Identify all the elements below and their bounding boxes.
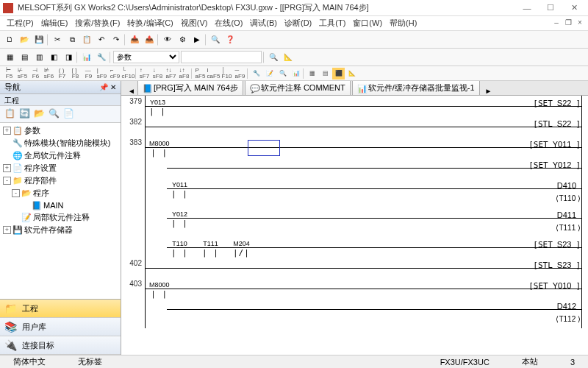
tab-main[interactable]: 📘[PRG]写入 MAIN 764步	[137, 81, 243, 95]
mdi-minimize-icon[interactable]: –	[551, 18, 562, 29]
ladder-contact[interactable]: T111| |	[202, 240, 219, 258]
compile-icon[interactable]: ⚙	[176, 33, 189, 46]
project-tree[interactable]: +📋参数🔧特殊模块(智能功能模块)🌐全局软元件注释+📄程序设置-📁程序部件-📂程…	[0, 123, 121, 299]
tree-node[interactable]: 📘MAIN	[1, 199, 119, 211]
tree-toggle[interactable]: -	[12, 189, 20, 197]
help-icon[interactable]: ❓	[223, 33, 237, 46]
nav-iconbtn[interactable]: 🔍	[49, 108, 60, 120]
ladder-rung[interactable]: Y012| |D411⟨T111 ⟩	[121, 208, 588, 237]
tool-icon[interactable]: 📐	[345, 68, 358, 79]
ladder-coil2[interactable]: ⟨T111 ⟩	[556, 224, 581, 232]
save-icon[interactable]: 💾	[32, 33, 46, 46]
menu-view[interactable]: 视图(V)	[177, 16, 212, 30]
ladder-rung[interactable]: [SETY012]	[121, 158, 588, 178]
ladder-rung[interactable]: D412⟨T112 ⟩	[121, 299, 588, 328]
menu-window[interactable]: 窗口(W)	[349, 16, 386, 30]
read-plc-icon[interactable]: 📥	[128, 33, 141, 46]
menu-online[interactable]: 在线(O)	[211, 16, 246, 30]
ladder-rung[interactable]: 382[STLS22]	[121, 116, 588, 137]
f-key[interactable]: ↑sF7	[138, 68, 151, 79]
f-key[interactable]: ⊬sF5	[16, 68, 29, 79]
f-key[interactable]: |sF9	[96, 68, 108, 79]
ladder-coil[interactable]: [SETS23]	[533, 240, 581, 250]
f-key[interactable]: ⊢F5	[3, 68, 15, 79]
ladder-contact[interactable]: Y011| |	[171, 181, 188, 199]
minimize-button[interactable]: —	[516, 1, 538, 15]
tb2-icon[interactable]: 🔧	[95, 51, 108, 64]
pin-icon[interactable]: 📌 ✕	[99, 83, 116, 91]
tool-icon[interactable]: 📝	[263, 68, 276, 79]
param-combo[interactable]: 参数	[113, 51, 179, 63]
tree-node[interactable]: 🔧特殊模块(智能功能模块)	[1, 137, 119, 149]
f-key[interactable]: ↓sF8	[151, 68, 164, 79]
ladder-coil[interactable]: D410	[553, 181, 581, 190]
tab-monitor[interactable]: 📊软元件/缓冲存储器批量监视-1	[352, 81, 480, 95]
simulate-icon[interactable]: ▶	[190, 33, 204, 46]
ladder-rung[interactable]: 402[STLS23]	[121, 258, 588, 278]
redo-icon[interactable]: ↷	[110, 33, 123, 46]
paste-icon[interactable]: 📋	[80, 33, 93, 46]
tb2-icon[interactable]: 📐	[282, 51, 295, 64]
nav-iconbtn[interactable]: 📄	[63, 108, 75, 120]
f-key[interactable]: ⌐cF9	[109, 68, 121, 79]
f-key[interactable]: └cF10	[122, 68, 135, 79]
mdi-restore-icon[interactable]: ❐	[563, 18, 573, 29]
tb2-icon[interactable]: ▥	[32, 51, 46, 64]
f-key[interactable]: PaF5	[194, 68, 207, 79]
ladder-rung[interactable]: Y011| |D410⟨T110 ⟩	[121, 178, 588, 208]
ladder-coil[interactable]: [SETS22]	[533, 99, 581, 108]
f-key[interactable]: IcaF5	[207, 68, 220, 79]
tree-node[interactable]: +📄程序设置	[1, 162, 119, 174]
monitor-icon[interactable]: 👁	[161, 33, 174, 46]
menu-search[interactable]: 搜索/替换(F)	[71, 16, 123, 30]
tree-node[interactable]: 📝局部软元件注释	[1, 211, 119, 224]
f-key[interactable]: ⊣F6	[29, 68, 42, 79]
f-key[interactable]: ( )F7	[56, 68, 68, 79]
tb2-icon[interactable]: ◧	[47, 51, 60, 64]
tree-toggle[interactable]: -	[3, 177, 11, 185]
menu-edit[interactable]: 编辑(E)	[37, 16, 72, 30]
mdi-close-icon[interactable]: ×	[575, 18, 585, 29]
tree-toggle[interactable]: +	[3, 164, 11, 172]
tool-icon[interactable]: 📊	[290, 68, 302, 79]
f-key[interactable]: ↓↑aF8	[178, 68, 190, 79]
ladder-coil[interactable]: [SETY012]	[528, 160, 581, 170]
ladder-rung[interactable]: 379Y013| |[SETS22]	[121, 96, 588, 116]
f-key[interactable]: ↑↓aF7	[165, 68, 177, 79]
nav-iconbtn[interactable]: 🔄	[19, 108, 31, 120]
tree-node[interactable]: 🌐全局软元件注释	[1, 149, 119, 162]
ladder-editor[interactable]: 379Y013| |[SETS22]382[STLS22]383M8000| |…	[121, 96, 588, 355]
menu-project[interactable]: 工程(P)	[3, 16, 37, 30]
ladder-coil2[interactable]: ⟨T110 ⟩	[556, 194, 581, 202]
tab-comment[interactable]: 💬软元件注释 COMMENT	[245, 81, 351, 95]
menu-debug[interactable]: 调试(B)	[246, 16, 281, 30]
menu-compile[interactable]: 转换/编译(C)	[123, 16, 176, 30]
ladder-coil2[interactable]: ⟨T112 ⟩	[556, 315, 581, 323]
tree-toggle[interactable]: +	[3, 127, 11, 135]
ladder-contact[interactable]: Y013| |	[149, 99, 166, 116]
f-key[interactable]: [ ]F8	[69, 68, 82, 79]
tool-icon[interactable]: 🔧	[250, 68, 262, 79]
f-key[interactable]: ⊭sF6	[43, 68, 55, 79]
ladder-coil[interactable]: D411	[553, 210, 581, 219]
undo-icon[interactable]: ↶	[95, 33, 108, 46]
f-key[interactable]: │F10	[220, 68, 233, 79]
tree-node[interactable]: -📁程序部件	[1, 174, 119, 187]
ladder-coil[interactable]: [SETY011]	[528, 140, 581, 149]
ladder-contact[interactable]: M204|/|	[233, 240, 250, 258]
ladder-rung[interactable]: T110| |T111| |M204|/|[SETS23]	[121, 237, 588, 258]
tool-icon[interactable]: ⬛	[332, 68, 345, 79]
tb2-icon[interactable]: ▦	[3, 51, 16, 64]
tab-scroll-right[interactable]: ►	[483, 87, 495, 95]
tb2-icon[interactable]: ▤	[18, 51, 31, 64]
tb2-icon[interactable]: ◨	[62, 51, 75, 64]
tree-node[interactable]: +📋参数	[1, 124, 119, 137]
tool-icon[interactable]: ▤	[319, 68, 331, 79]
zoom-icon[interactable]: 🔍	[209, 33, 222, 46]
ladder-coil[interactable]: D412	[553, 302, 581, 311]
close-button[interactable]: ✕	[563, 1, 585, 15]
ladder-rung[interactable]: 383M8000| |[SETY011]	[121, 137, 588, 158]
tb2-icon[interactable]: 🔍	[267, 51, 280, 64]
write-plc-icon[interactable]: 📤	[143, 33, 156, 46]
ladder-contact[interactable]: M8000| |	[149, 281, 170, 299]
